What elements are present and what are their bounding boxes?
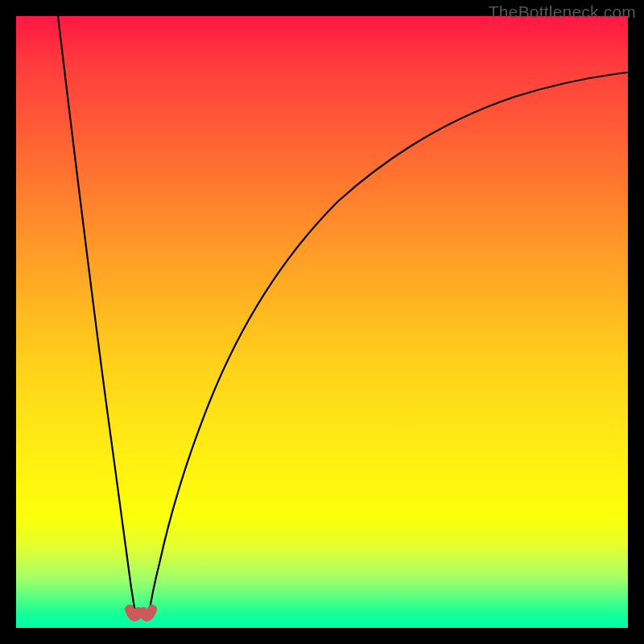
min-cap-left — [130, 609, 138, 617]
chart-curves — [16, 16, 628, 628]
curve-left-branch — [58, 16, 136, 620]
chart-frame: TheBottleneck.com — [0, 0, 644, 644]
min-cap-right — [143, 609, 152, 617]
plot-area — [16, 16, 628, 628]
curve-right-branch — [148, 72, 628, 620]
